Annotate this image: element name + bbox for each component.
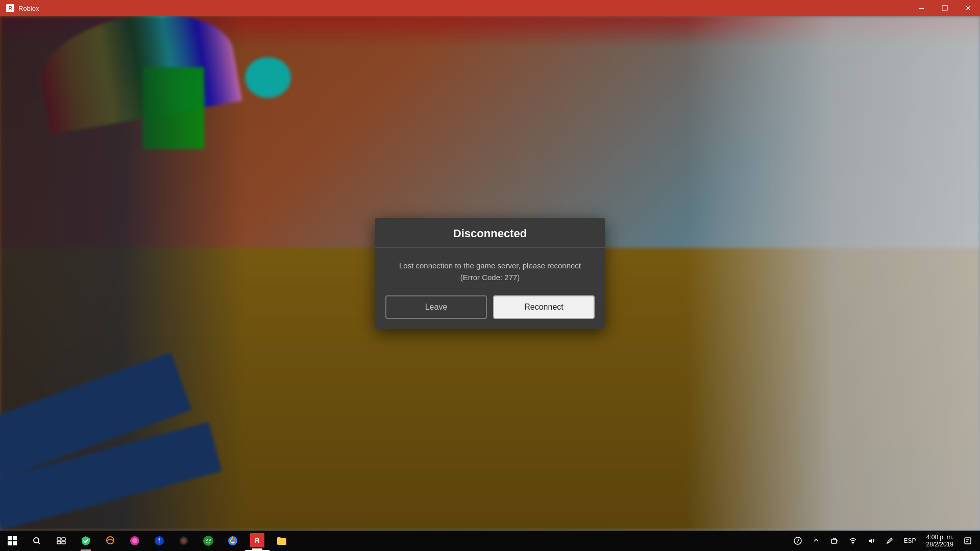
svg-rect-7	[62, 538, 65, 540]
start-button[interactable]	[0, 531, 24, 551]
taskbar: R ?	[0, 531, 980, 551]
taskbar-app-roblox[interactable]: R	[245, 531, 270, 551]
tray-help-icon[interactable]: ?	[790, 531, 806, 551]
taskbar-tray: ?	[790, 531, 980, 551]
taskbar-app-unknown4[interactable]	[196, 531, 220, 551]
clock-date: 28/2/2019	[926, 541, 953, 548]
dialog-message: Lost connection to the game server, plea…	[391, 260, 589, 283]
taskbar-app-norton[interactable]	[74, 531, 98, 551]
svg-point-24	[231, 539, 234, 542]
dialog-body: Lost connection to the game server, plea…	[375, 248, 605, 295]
svg-point-17	[203, 536, 213, 546]
dialog-message-line2: (Error Code: 277)	[460, 273, 520, 282]
svg-rect-0	[8, 536, 12, 540]
taskbar-app-obs[interactable]	[172, 531, 196, 551]
svg-rect-29	[965, 538, 971, 544]
clock-time: 4:00 p. m.	[926, 534, 953, 541]
tray-pen-icon[interactable]	[881, 531, 898, 551]
taskbar-app-unknown2[interactable]	[122, 531, 147, 551]
svg-text:?: ?	[796, 538, 799, 544]
tray-wifi-icon[interactable]	[845, 531, 861, 551]
titlebar: R Roblox ─ ❐ ✕	[0, 0, 980, 16]
dialog-buttons: Leave Reconnect	[375, 295, 605, 329]
tray-expand-icon[interactable]	[808, 531, 824, 551]
svg-point-28	[852, 543, 853, 544]
svg-rect-3	[13, 541, 17, 545]
close-button[interactable]: ✕	[957, 0, 980, 16]
taskbar-left: R	[0, 531, 294, 551]
titlebar-title: Roblox	[18, 5, 39, 12]
taskbar-app-file-manager[interactable]	[270, 531, 294, 551]
svg-rect-27	[831, 539, 837, 543]
svg-point-20	[206, 539, 207, 540]
tray-language-indicator[interactable]: ESP	[900, 531, 920, 551]
maximize-button[interactable]: ❐	[933, 0, 957, 16]
titlebar-left: R Roblox	[0, 4, 39, 12]
task-view-button[interactable]	[49, 531, 74, 551]
taskbar-app-chrome[interactable]	[220, 531, 245, 551]
svg-rect-2	[8, 541, 12, 545]
svg-point-16	[182, 539, 185, 542]
roblox-icon-shape: R	[250, 533, 264, 547]
taskbar-app-unknown3[interactable]	[147, 531, 172, 551]
tray-power-icon[interactable]	[826, 531, 843, 551]
dialog-header: Disconnected	[375, 218, 605, 248]
tray-language-text: ESP	[904, 537, 916, 544]
minimize-button[interactable]: ─	[910, 0, 933, 16]
reconnect-button[interactable]: Reconnect	[493, 295, 595, 319]
svg-line-5	[38, 542, 40, 544]
tray-volume-icon[interactable]	[863, 531, 879, 551]
titlebar-controls: ─ ❐ ✕	[910, 0, 980, 16]
svg-rect-8	[57, 541, 61, 544]
game-background: Disconnected Lost connection to the game…	[0, 16, 980, 531]
disconnected-dialog: Disconnected Lost connection to the game…	[375, 218, 605, 329]
search-button[interactable]	[24, 531, 49, 551]
svg-point-12	[132, 538, 137, 543]
taskbar-clock[interactable]: 4:00 p. m. 28/2/2019	[922, 531, 958, 551]
leave-button[interactable]: Leave	[385, 295, 487, 319]
taskbar-app-unknown1[interactable]	[98, 531, 122, 551]
notification-center-button[interactable]	[960, 531, 976, 551]
titlebar-app-icon: R	[6, 4, 14, 12]
svg-rect-9	[62, 541, 65, 544]
svg-rect-1	[13, 536, 17, 540]
dialog-title: Disconnected	[453, 227, 527, 240]
svg-point-21	[209, 539, 210, 540]
svg-rect-6	[57, 538, 61, 540]
dialog-message-line1: Lost connection to the game server, plea…	[399, 261, 581, 270]
